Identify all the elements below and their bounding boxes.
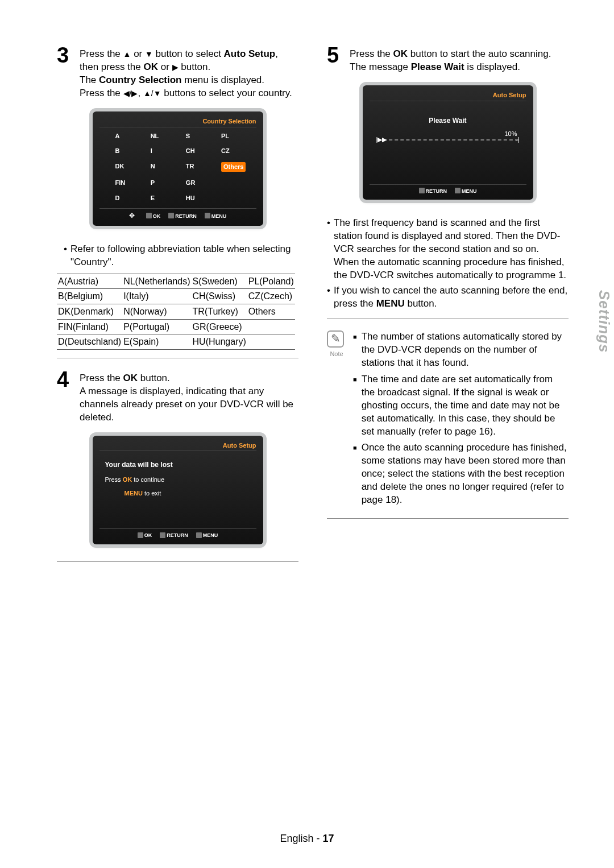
- ok-label: OK: [153, 213, 161, 218]
- text: Refer to following abbreviation table wh…: [70, 243, 298, 269]
- country-code: FIN: [115, 179, 137, 187]
- footer-language: English: [280, 833, 313, 844]
- country-code: PL: [221, 132, 246, 140]
- warning-line: Your data will be lost: [105, 460, 256, 469]
- divider: [327, 518, 569, 519]
- text: button.: [179, 61, 211, 72]
- table-cell: [247, 319, 295, 334]
- menu-label: MENU: [211, 213, 227, 218]
- info-bullet: • If you wish to cancel the auto scannin…: [327, 284, 569, 311]
- table-cell: P(Portugal): [122, 319, 191, 334]
- country-code: N: [151, 162, 172, 172]
- return-icon: [160, 532, 165, 538]
- table-row: FIN(Finland)P(Portugal)GR(Greece): [57, 319, 295, 334]
- return-icon: [168, 213, 174, 218]
- please-wait-text: Please Wait: [370, 116, 526, 125]
- progress-percent: 10%: [370, 130, 517, 138]
- down-arrow-icon: ▼: [145, 49, 153, 59]
- text: A message is displayed, indicating that …: [80, 386, 293, 423]
- text: ,: [138, 88, 143, 98]
- tv-title: Country Selection: [99, 117, 256, 127]
- square-bullet-icon: ■: [353, 330, 357, 370]
- progress-bar: [377, 139, 518, 140]
- bold-text: OK: [393, 48, 408, 59]
- note-icon: ✎: [327, 330, 344, 348]
- bold-text: Auto Setup: [224, 48, 276, 59]
- country-code: NL: [151, 132, 172, 140]
- table-cell: NL(Netherlands): [122, 274, 191, 289]
- text: Press the: [80, 88, 123, 98]
- bold-text: MENU: [376, 298, 405, 309]
- table-cell: B(Belgium): [57, 289, 122, 304]
- table-cell: N(Norway): [122, 304, 191, 320]
- divider: [327, 319, 569, 319]
- step-body: Press the OK button. A message is displa…: [80, 370, 298, 424]
- text: The: [80, 75, 99, 85]
- text: or: [158, 61, 172, 72]
- text: When the automatic scanning procedure ha…: [334, 257, 566, 280]
- tv-screen-warning: Auto Setup Your data will be lost Press …: [93, 436, 263, 545]
- square-bullet-icon: ■: [353, 441, 357, 507]
- tv-title: Auto Setup: [99, 441, 256, 452]
- country-code: E: [151, 194, 172, 202]
- footer-page-number: 17: [323, 833, 334, 844]
- text: The time and date are set automatically …: [362, 373, 569, 439]
- table-cell: D(Deutschland): [57, 334, 122, 350]
- country-code: Others: [221, 162, 246, 172]
- text: button.: [405, 298, 437, 309]
- menu-icon: [205, 213, 210, 218]
- country-grid: ANLSPLBICHCZDKNTROthersFINPGRDEHU: [115, 132, 246, 202]
- table-cell: CZ(Czech): [247, 289, 295, 304]
- step-4: 4 Press the OK button. A message is disp…: [57, 370, 298, 424]
- tv-title: Auto Setup: [370, 91, 526, 101]
- country-code: HU: [186, 194, 208, 202]
- step-number: 5: [327, 46, 344, 74]
- country-code: B: [115, 147, 137, 155]
- menu-label: MENU: [462, 188, 477, 193]
- divider: [57, 561, 298, 562]
- divider: [57, 358, 298, 358]
- tv-footer: OK RETURN MENU: [99, 528, 256, 539]
- table-cell: CH(Swiss): [192, 289, 247, 304]
- menu-icon: [455, 188, 460, 193]
- step-body: Press the OK button to start the auto sc…: [350, 46, 569, 74]
- info-bullet: • The first frequency band is scanned an…: [327, 217, 569, 282]
- tv-screen-country: Country Selection ANLSPLBICHCZDKNTROther…: [93, 111, 263, 226]
- text: Press the: [350, 48, 393, 59]
- return-icon: [419, 188, 425, 193]
- country-code: P: [151, 179, 172, 187]
- return-label: RETURN: [426, 188, 447, 193]
- page-footer: English - 17: [0, 832, 614, 845]
- table-cell: Others: [247, 304, 295, 320]
- table-cell: TR(Turkey): [192, 304, 247, 320]
- table-cell: HU(Hungary): [192, 334, 247, 350]
- step-3: 3 Press the ▲ or ▼ button to select Auto…: [57, 46, 298, 100]
- right-arrow-icon: ▶: [172, 63, 179, 72]
- note-list: ■The number of stations automatically st…: [353, 330, 569, 510]
- table-cell: E(Spain): [122, 334, 191, 350]
- bold-text: OK: [123, 373, 138, 383]
- step-5: 5 Press the OK button to start the auto …: [327, 46, 569, 74]
- country-code: CH: [186, 147, 208, 155]
- table-cell: [247, 334, 295, 350]
- section-tab: Settings: [594, 290, 614, 353]
- ok-label: OK: [144, 532, 152, 538]
- menu-icon: [196, 532, 202, 538]
- country-code: [221, 194, 246, 202]
- country-code: GR: [186, 179, 208, 187]
- abbreviation-table: A(Austria)NL(Netherlands)S(Sweden)PL(Pol…: [57, 274, 295, 350]
- country-code: [221, 179, 246, 187]
- table-row: D(Deutschland)E(Spain)HU(Hungary): [57, 334, 295, 350]
- table-cell: I(Italy): [122, 289, 191, 304]
- page-content: 3 Press the ▲ or ▼ button to select Auto…: [0, 0, 614, 602]
- right-column: 5 Press the OK button to start the auto …: [327, 46, 569, 573]
- abbreviation-note: • Refer to following abbreviation table …: [64, 243, 298, 269]
- text: is displayed.: [464, 61, 520, 72]
- tv-footer: ✥ OK RETURN MENU: [99, 208, 256, 220]
- table-cell: PL(Poland): [247, 274, 295, 289]
- text: Once the auto scanning procedure has fin…: [362, 441, 569, 507]
- note-label: Note: [327, 350, 346, 358]
- country-code: S: [186, 132, 208, 140]
- table-cell: DK(Denmark): [57, 304, 122, 320]
- text: Press the: [80, 48, 123, 59]
